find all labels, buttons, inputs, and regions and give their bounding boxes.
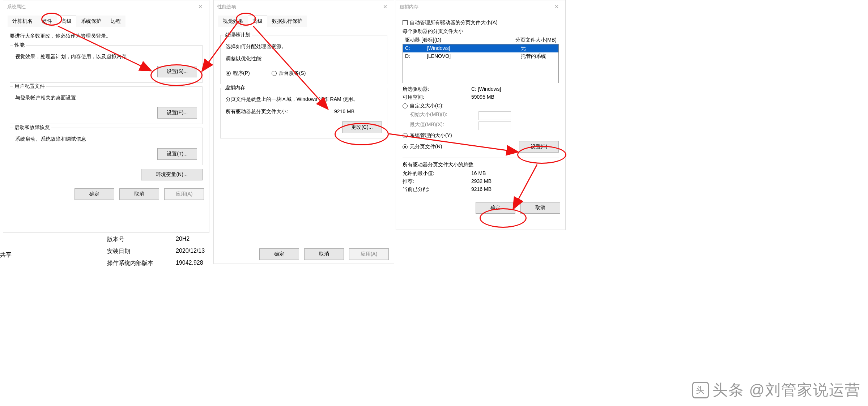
apply-button[interactable]: 应用(A) [349, 248, 389, 260]
opt-programs-label: 程序(P) [233, 70, 250, 77]
close-icon[interactable]: × [380, 3, 390, 11]
drive-list-header: 驱动器 [卷标](D) 分页文件大小(MB) [403, 36, 559, 44]
titlebar: 虚拟内存 × [396, 0, 565, 13]
dialog-footer: 确定 取消 [396, 198, 565, 217]
admin-note: 要进行大多数更改，你必须作为管理员登录。 [10, 33, 203, 39]
group-title: 启动和故障恢复 [13, 124, 51, 131]
group-title: 虚拟内存 [224, 85, 247, 91]
tab-system-protection[interactable]: 系统保护 [76, 16, 106, 27]
total-value: 9216 MB [334, 108, 354, 115]
dialog-footer: 确定 取消 应用(A) [3, 185, 209, 204]
titlebar: 性能选项 × [214, 0, 394, 13]
radio-icon [403, 144, 408, 149]
apply-button[interactable]: 应用(A) [164, 188, 204, 200]
system-info-block: 版本号20H2 安装日期2020/12/13 操作系统内部版本19042.928 [107, 231, 205, 272]
system-properties-dialog: 系统属性 × 计算机名 硬件 高级 系统保护 远程 要进行大多数更改，你必须作为… [3, 0, 209, 233]
auto-manage-checkbox[interactable]: 自动管理所有驱动器的分页文件大小(A) [403, 20, 559, 26]
max-size-input[interactable] [478, 121, 511, 130]
total-label: 所有驱动器总分页文件大小: [226, 108, 334, 115]
radio-icon [226, 71, 231, 76]
version-label: 版本号 [107, 236, 176, 243]
sel-drive-label: 所选驱动器: [403, 86, 471, 93]
system-managed-label: 系统管理的大小(Y) [410, 132, 452, 139]
drive-list[interactable]: C: [Windows] 无 D: [LENOVO] 托管的系统 [403, 44, 559, 83]
dialog-title: 系统属性 [7, 4, 26, 10]
cancel-button[interactable]: 取消 [520, 202, 560, 214]
ok-button[interactable]: 确定 [476, 202, 515, 214]
adjust-label: 调整以优化性能: [226, 56, 382, 62]
tab-visual-effects[interactable]: 视觉效果 [218, 16, 248, 27]
group-title: 用户配置文件 [13, 83, 46, 90]
drive-size: 无 [521, 45, 556, 52]
sel-drive-value: C: [Windows] [471, 86, 501, 93]
cur-label: 当前已分配: [403, 186, 471, 193]
initial-size-label: 初始大小(MB)(I): [410, 111, 478, 120]
drive-row[interactable]: C: [Windows] 无 [403, 44, 558, 52]
install-date-value: 2020/12/13 [176, 248, 205, 255]
profile-desc: 与登录帐户相关的桌面设置 [15, 95, 197, 101]
tabs: 计算机名 硬件 高级 系统保护 远程 [8, 15, 205, 27]
tab-hardware[interactable]: 硬件 [37, 16, 57, 27]
tab-advanced[interactable]: 高级 [248, 16, 267, 27]
tab-computer-name[interactable]: 计算机名 [8, 16, 37, 27]
opt-services[interactable]: 后台服务(S) [272, 70, 306, 77]
tab-dep[interactable]: 数据执行保护 [267, 16, 307, 27]
vm-change-button[interactable]: 更改(C)... [342, 121, 382, 133]
drive-size: 托管的系统 [521, 53, 556, 60]
col-size: 分页文件大小(MB) [499, 37, 557, 43]
perf-desc: 视觉效果，处理器计划，内存使用，以及虚拟内存 [15, 54, 197, 60]
profile-settings-button[interactable]: 设置(E)... [157, 107, 197, 119]
install-date-label: 安装日期 [107, 248, 176, 255]
free-space-value: 59095 MB [471, 94, 494, 101]
scheduler-group: 处理器计划 选择如何分配处理器资源。 调整以优化性能: 程序(P) 后台服务(S… [220, 35, 387, 84]
vm-desc: 分页文件是硬盘上的一块区域，Windows 当作 RAM 使用。 [226, 96, 382, 103]
free-space-label: 可用空间: [403, 94, 471, 101]
opt-services-label: 后台服务(S) [279, 70, 306, 77]
cancel-button[interactable]: 取消 [304, 248, 344, 260]
user-profile-group: 用户配置文件 与登录帐户相关的桌面设置 设置(E)... [10, 86, 203, 124]
watermark-text: 头条 @刘管家说运营 [712, 380, 861, 400]
drive-label: [LENOVO] [427, 53, 521, 60]
virtual-memory-dialog: 虚拟内存 × 自动管理所有驱动器的分页文件大小(A) 每个驱动器的分页文件大小 … [396, 0, 566, 230]
custom-size-label: 自定义大小(C): [410, 103, 443, 109]
startup-recovery-group: 启动和故障恢复 系统启动、系统故障和调试信息 设置(T)... [10, 128, 203, 165]
startup-settings-button[interactable]: 设置(T)... [157, 148, 197, 160]
dialog-title: 性能选项 [217, 4, 236, 10]
no-page-file-label: 无分页文件(N) [410, 144, 442, 150]
drive-letter: C: [405, 45, 427, 52]
drive-row[interactable]: D: [LENOVO] 托管的系统 [403, 52, 558, 60]
os-build-value: 19042.928 [176, 260, 203, 267]
titlebar: 系统属性 × [3, 0, 209, 13]
tab-advanced[interactable]: 高级 [57, 16, 76, 27]
min-value: 16 MB [471, 170, 486, 177]
ok-button[interactable]: 确定 [259, 248, 299, 260]
radio-icon [403, 103, 408, 108]
col-drive: 驱动器 [卷标](D) [405, 37, 499, 43]
system-managed-radio[interactable]: 系统管理的大小(Y) [403, 132, 559, 139]
dialog-title: 虚拟内存 [400, 4, 418, 10]
close-icon[interactable]: × [195, 3, 205, 11]
perf-settings-button[interactable]: 设置(S)... [157, 66, 197, 77]
ok-button[interactable]: 确定 [75, 188, 114, 200]
group-title: 性能 [13, 42, 26, 48]
close-icon[interactable]: × [552, 3, 562, 11]
radio-icon [403, 133, 408, 138]
custom-size-radio[interactable]: 自定义大小(C): [403, 103, 559, 109]
radio-icon [272, 71, 277, 76]
sched-desc: 选择如何分配处理器资源。 [226, 43, 382, 50]
tab-remote[interactable]: 远程 [106, 16, 125, 27]
opt-programs[interactable]: 程序(P) [226, 70, 250, 77]
drive-label: [Windows] [427, 45, 521, 52]
cur-value: 9216 MB [471, 186, 492, 193]
cancel-button[interactable]: 取消 [119, 188, 159, 200]
no-page-file-radio[interactable]: 无分页文件(N) [403, 144, 442, 150]
group-title: 处理器计划 [224, 32, 252, 38]
initial-size-input[interactable] [478, 111, 511, 120]
tabs: 视觉效果 高级 数据执行保护 [218, 15, 390, 27]
checkbox-icon [403, 20, 408, 25]
set-button[interactable]: 设置(S) [519, 141, 559, 153]
env-vars-button[interactable]: 环境变量(N)... [141, 169, 203, 180]
rec-label: 推荐: [403, 178, 471, 185]
totals-label: 所有驱动器分页文件大小的总数 [403, 162, 559, 168]
performance-group: 性能 视觉效果，处理器计划，内存使用，以及虚拟内存 设置(S)... [10, 45, 203, 83]
